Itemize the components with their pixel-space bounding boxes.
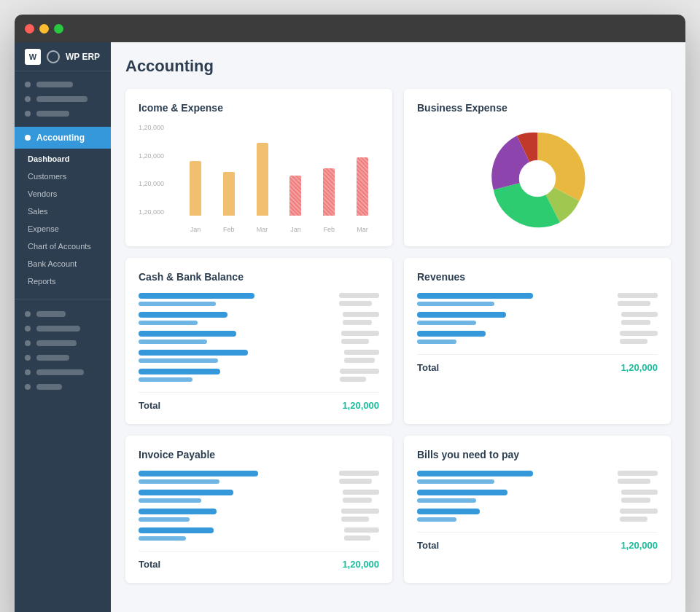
x-label-mar2: Mar — [346, 226, 379, 233]
bar-income-mar — [257, 143, 268, 216]
maximize-button[interactable] — [54, 24, 63, 34]
bar-wrap — [139, 331, 334, 344]
balance-lines — [344, 527, 379, 541]
x-label-feb2: Feb — [312, 226, 346, 233]
invoice-row-1 — [139, 471, 379, 484]
balance-bar-sub — [139, 321, 198, 325]
placeholder-2 — [15, 92, 111, 106]
cash-bank-rows — [139, 293, 379, 382]
sidebar-item-vendors[interactable]: Vendors — [15, 185, 111, 203]
line-placeholder — [620, 339, 648, 344]
card-invoice-payable: Invoice Payable — [125, 436, 392, 583]
dot-icon — [25, 111, 31, 117]
line-placeholder — [618, 479, 650, 484]
bills-total-value: 1,20,000 — [621, 540, 658, 551]
line-placeholder — [621, 312, 658, 317]
bar-wrap — [417, 471, 610, 484]
sidebar-item-customers[interactable]: Customers — [15, 168, 111, 185]
line-placeholder — [339, 479, 372, 484]
balance-bar-sub — [139, 479, 219, 484]
bar-expense-feb — [323, 168, 335, 216]
bar-expense-mar — [357, 157, 368, 216]
bills-title: Bills you need to pay — [417, 449, 658, 460]
line-placeholder — [343, 312, 379, 317]
sidebar-item-expense[interactable]: Expense — [15, 220, 111, 238]
x-label-jan1: Jan — [179, 226, 212, 233]
invoice-row-4 — [139, 527, 379, 541]
sidebar-item-accounting[interactable]: Accounting — [15, 127, 111, 149]
sidebar-item-dashboard[interactable]: Dashboard — [15, 150, 111, 168]
balance-row-4 — [139, 350, 379, 363]
bar-wrap — [417, 312, 614, 325]
bar-wrap — [139, 490, 335, 503]
main-content: Accounting Icome & Expense 1,20,000 1,20… — [111, 42, 685, 612]
balance-bar — [417, 293, 533, 299]
balance-lines — [621, 312, 658, 325]
balance-lines — [340, 369, 379, 382]
placeholder-line — [36, 96, 88, 102]
close-button[interactable] — [25, 24, 34, 34]
revenue-row-1 — [417, 293, 658, 306]
bar-wrap — [139, 350, 337, 363]
sidebar-item-bank-account[interactable]: Bank Account — [15, 255, 111, 272]
titlebar — [15, 15, 685, 42]
bar-income-feb — [223, 172, 235, 216]
bar-group-feb1 — [212, 172, 246, 216]
dot-icon — [25, 355, 31, 361]
line-placeholder — [341, 331, 379, 336]
wp-logo: W — [25, 49, 41, 65]
bar-wrap — [417, 293, 610, 306]
balance-bar — [139, 490, 233, 495]
revenues-total-label: Total — [417, 362, 439, 373]
balance-bar — [139, 509, 217, 514]
balance-lines — [618, 293, 658, 306]
placeholder-b2 — [15, 321, 111, 336]
sidebar-item-reports[interactable]: Reports — [15, 272, 111, 290]
balance-lines — [344, 350, 379, 363]
active-dot-icon — [25, 135, 31, 141]
minimize-button[interactable] — [39, 24, 49, 34]
balance-lines — [618, 471, 658, 484]
bar-group-mar2 — [346, 157, 379, 216]
balance-bar-sub — [139, 302, 216, 306]
line-placeholder — [620, 517, 648, 522]
sidebar-item-chart-accounts[interactable]: Chart of Accounts — [15, 238, 111, 255]
cash-bank-title: Cash & Bank Balance — [139, 271, 379, 283]
line-placeholder — [621, 498, 650, 503]
balance-bar — [417, 331, 486, 337]
line-placeholder — [621, 490, 658, 495]
income-expense-chart: 1,20,000 1,20,000 1,20,000 1,20,000 — [139, 124, 379, 233]
invoice-row-3 — [139, 509, 379, 522]
invoice-total-label: Total — [139, 559, 160, 570]
balance-lines — [621, 490, 658, 503]
bar-wrap — [139, 369, 332, 382]
placeholder-line — [36, 111, 69, 117]
placeholder-b5 — [15, 365, 111, 380]
sidebar-item-sales[interactable]: Sales — [15, 203, 111, 220]
pie-center — [519, 160, 556, 197]
balance-bar — [139, 331, 236, 337]
balance-bar — [139, 471, 258, 476]
placeholder-b3 — [15, 336, 111, 350]
balance-bar-sub — [139, 358, 218, 363]
dot-icon — [25, 96, 31, 102]
dot-icon — [25, 369, 31, 375]
bar-expense-jan — [289, 176, 301, 216]
balance-bar-sub — [417, 517, 456, 522]
balance-bar — [139, 312, 228, 318]
balance-lines — [620, 509, 658, 522]
line-placeholder — [618, 471, 658, 476]
balance-bar — [417, 471, 533, 476]
bills-row-1 — [417, 471, 658, 484]
placeholder-1 — [15, 77, 111, 92]
line-placeholder — [618, 301, 650, 306]
balance-bar-sub — [417, 321, 476, 325]
bar-wrap — [417, 490, 614, 503]
balance-lines — [339, 293, 379, 306]
dot-icon — [25, 82, 31, 87]
sidebar-header: W WP ERP — [15, 42, 111, 71]
bills-total: Total 1,20,000 — [417, 532, 658, 551]
balance-bar — [139, 350, 248, 356]
card-business-expense: Business Expense — [404, 89, 671, 246]
balance-bar-sub — [417, 498, 476, 503]
